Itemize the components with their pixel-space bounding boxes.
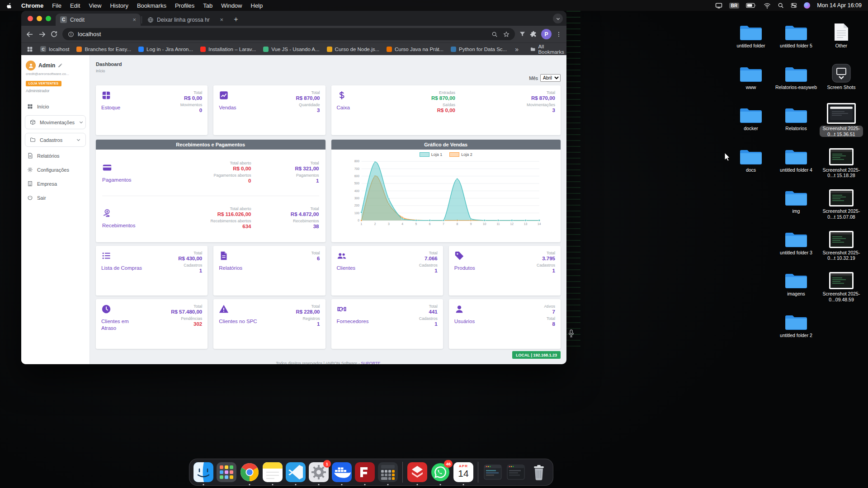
bookmark-log-in-jira-anron[interactable]: Log in - Jira Anron... <box>135 45 197 53</box>
control-center-icon[interactable] <box>791 2 797 9</box>
menubar-item-file[interactable]: File <box>52 2 61 9</box>
active-app-name[interactable]: Chrome <box>21 2 43 9</box>
card-title-link[interactable]: Vendas <box>219 104 236 111</box>
reload-button[interactable] <box>50 30 58 38</box>
month-select[interactable]: Abril <box>540 74 561 82</box>
card-title-link[interactable]: Fornecedores <box>337 318 369 325</box>
dock-whatsapp-icon[interactable]: 46 <box>430 462 450 482</box>
bookmark-installation-larav[interactable]: Installation – Larav... <box>197 45 259 53</box>
dock-filezilla-icon[interactable] <box>355 462 375 482</box>
dock-vscode-icon[interactable] <box>286 462 306 482</box>
siri-icon[interactable] <box>804 2 810 9</box>
card-title-link[interactable]: Estoque <box>101 104 120 111</box>
dock-chrome-icon[interactable] <box>240 462 259 482</box>
close-window-button[interactable] <box>28 16 33 21</box>
desktop-icon-untitled-folder[interactable]: untitled folder <box>729 16 773 49</box>
browser-menu-kebab-icon[interactable] <box>556 31 562 38</box>
sidebar-item-in-cio[interactable]: Início <box>21 99 90 113</box>
desktop-icon-relatorios[interactable]: Relatorios <box>774 99 818 131</box>
desktop-icon-relatorios-easyweb[interactable]: Relatorios-easyweb <box>774 58 818 90</box>
spotlight-icon[interactable] <box>778 2 784 9</box>
close-tab-icon[interactable]: × <box>132 16 136 23</box>
desktop-icon-docs[interactable]: docs <box>729 141 773 173</box>
card-title-link[interactable]: Lista de Compras <box>101 265 142 272</box>
dock-minimized-window-2-icon[interactable] <box>506 462 526 482</box>
minimize-window-button[interactable] <box>37 16 42 21</box>
card-title-link[interactable]: Produtos <box>454 265 475 272</box>
battery-icon[interactable] <box>746 3 757 8</box>
dock-calculator-icon[interactable] <box>378 462 398 482</box>
card-title-link[interactable]: Recebimentos <box>102 222 144 229</box>
forward-button[interactable] <box>38 30 46 38</box>
search-lens-icon[interactable] <box>491 31 498 38</box>
sidebar-item-empresa[interactable]: Empresa <box>21 177 90 191</box>
sidebar-item-sair[interactable]: Sair <box>21 191 90 205</box>
desktop-icon-docker[interactable]: docker <box>729 99 773 131</box>
desktop-icon-other[interactable]: Other <box>819 16 863 49</box>
card-title-link[interactable]: Clientes <box>337 265 356 272</box>
menubar-item-help[interactable]: Help <box>251 2 263 9</box>
profile-avatar[interactable]: P <box>541 29 552 39</box>
dock-redis-icon[interactable] <box>407 462 427 482</box>
desktop-icon-untitled-folder-3[interactable]: untitled folder 3 <box>774 223 818 256</box>
sidebar-item-cadastros[interactable]: Cadastros <box>25 133 86 147</box>
tab-credit[interactable]: C Credit × <box>56 14 141 26</box>
sidebar-item-relat-rios[interactable]: Relatórios <box>21 149 90 163</box>
bookmark-curso-de-node-js[interactable]: Curso de Node.js... <box>323 45 383 53</box>
card-title-link[interactable]: Relatórios <box>219 265 242 272</box>
menubar-item-history[interactable]: History <box>110 2 128 9</box>
keyboard-layout-indicator[interactable]: BR <box>729 3 739 9</box>
dock-calendar-icon[interactable]: APR14 <box>453 462 473 482</box>
menubar-item-profiles[interactable]: Profiles <box>175 2 194 9</box>
desktop-icon-img[interactable]: img <box>774 182 818 214</box>
back-button[interactable] <box>26 30 34 38</box>
bookmark-star-icon[interactable] <box>503 31 509 38</box>
menubar-item-window[interactable]: Window <box>221 2 242 9</box>
sidebar-item-configura-es[interactable]: Configurações <box>21 163 90 177</box>
card-title-link[interactable]: Usuários <box>454 318 475 325</box>
menubar-item-tab[interactable]: Tab <box>203 2 212 9</box>
extensions-puzzle-icon[interactable] <box>530 31 537 38</box>
desktop-icon-untitled-folder-5[interactable]: untitled folder 5 <box>774 16 818 49</box>
desktop-icon-screenshot-2025-0-t-15-07-08[interactable]: Screenshot 2025-0...t 15.07.08 <box>819 182 863 220</box>
site-info-icon[interactable] <box>68 31 74 38</box>
desktop-icon-imagens[interactable]: imagens <box>774 264 818 297</box>
menu-bar-clock[interactable]: Mon 14 Apr 16:09 <box>817 2 862 9</box>
close-tab-icon[interactable]: × <box>220 16 223 23</box>
adblock-funnel-icon[interactable] <box>519 31 526 38</box>
sidebar-item-movimenta-es[interactable]: Movimentações <box>25 115 86 129</box>
card-title-link[interactable]: Clientes em Atraso <box>101 318 143 332</box>
support-link[interactable]: SUPORTE <box>361 361 380 364</box>
tab-deixar-linha[interactable]: Deixar linha grossa hr × <box>143 14 228 26</box>
screen-mirroring-icon[interactable] <box>715 3 722 9</box>
card-title-link[interactable]: Clientes no SPC <box>219 318 257 325</box>
dock-settings-icon[interactable]: 1 <box>309 462 329 482</box>
dock-launchpad-icon[interactable] <box>217 462 236 482</box>
desktop-icon-www[interactable]: www <box>729 58 773 90</box>
new-tab-button[interactable]: + <box>231 14 241 25</box>
side-panel-grid-icon[interactable] <box>27 46 33 52</box>
menubar-item-edit[interactable]: Edit <box>70 2 80 9</box>
dock-minimized-window-1-icon[interactable] <box>483 462 503 482</box>
edit-profile-pencil-icon[interactable] <box>58 63 62 68</box>
desktop-icon-untitled-folder-2[interactable]: untitled folder 2 <box>774 306 818 338</box>
card-title-link[interactable]: Caixa <box>337 104 350 111</box>
all-bookmarks-button[interactable]: All Bookmarks <box>530 44 566 55</box>
desktop-icon-screenshot-2025-0-09-48-59[interactable]: Screenshot 2025-0...09.48.59 <box>819 264 863 302</box>
dock-finder-icon[interactable] <box>193 462 213 482</box>
dock-trash-icon[interactable] <box>529 462 549 482</box>
address-bar[interactable]: localhost <box>62 28 515 40</box>
dock-docker-icon[interactable] <box>332 462 352 482</box>
desktop-icon-screenshot-2025-0-t-15-18-28[interactable]: Screenshot 2025-0...t 15.18.28 <box>819 141 863 178</box>
menubar-item-bookmarks[interactable]: Bookmarks <box>137 2 166 9</box>
apple-menu-icon[interactable] <box>6 2 13 9</box>
desktop-icon-screenshot-2025-0-t-15-36-51[interactable]: Screenshot 2025-0...t 15.36.51 <box>819 99 863 137</box>
card-title-link[interactable]: Pagamentos <box>102 177 144 183</box>
desktop-icon-untitled-folder-4[interactable]: untitled folder 4 <box>774 141 818 173</box>
desktop-icon-screenshot-2025-0-t-10-32-19[interactable]: Screenshot 2025-0...t 10.32.19 <box>819 223 863 261</box>
menubar-item-view[interactable]: View <box>89 2 101 9</box>
bookmark-vue-js-usando-a[interactable]: Vue JS - Usando A... <box>259 45 323 53</box>
bookmarks-overflow-chevron[interactable]: » <box>512 46 521 53</box>
tab-search-button[interactable] <box>553 14 563 23</box>
desktop-icon-screen-shots[interactable]: Screen Shots <box>819 58 863 90</box>
